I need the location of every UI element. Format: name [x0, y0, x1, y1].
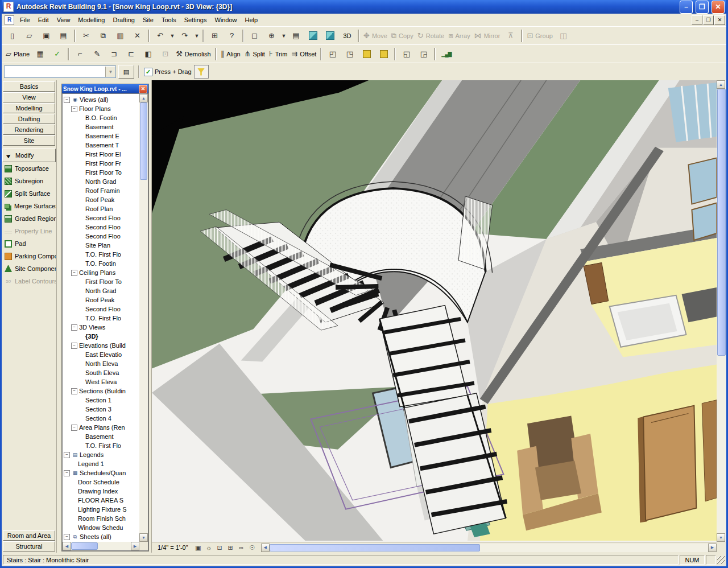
redo-button[interactable]: ↷: [176, 29, 193, 43]
view-horizontal-scrollbar[interactable]: ◀ ▶: [261, 544, 717, 552]
interior-door[interactable]: [638, 406, 696, 523]
tree-item[interactable]: −Ceiling Plans: [63, 268, 139, 277]
tree-item[interactable]: Roof Plan: [63, 204, 139, 213]
project-browser-titlebar[interactable]: Snow King Loop.rvt - ... ✕: [62, 84, 148, 93]
rotate-button[interactable]: ↻Rotate: [416, 29, 446, 43]
crop-region-icon[interactable]: ⊡: [214, 543, 225, 552]
menu-file[interactable]: File: [16, 15, 34, 25]
collapse-icon[interactable]: −: [71, 388, 77, 394]
tree-item[interactable]: Roof Peak: [63, 195, 139, 204]
print-button[interactable]: ▤: [55, 29, 72, 43]
tree-item[interactable]: −3D Views: [63, 323, 139, 332]
mdi-close-button[interactable]: ✕: [714, 15, 725, 25]
graph-button[interactable]: ▁▄▇: [438, 47, 454, 61]
join-geometry-button[interactable]: ◱: [398, 47, 415, 61]
paste-button[interactable]: ▥: [112, 29, 129, 43]
tree-item[interactable]: Section 4: [63, 414, 139, 423]
tree-item[interactable]: Second Floo: [63, 223, 139, 232]
tree-item[interactable]: −Elevations (Build: [63, 341, 139, 350]
tool-toposurface[interactable]: Toposurface: [2, 162, 56, 175]
cope-button[interactable]: [358, 47, 375, 61]
tree-item[interactable]: Site Plan: [63, 241, 139, 250]
model-graphics-style-icon[interactable]: ▣: [193, 543, 204, 552]
restore-button[interactable]: ❐: [696, 1, 709, 14]
tool-split-surface[interactable]: Split Surface: [2, 187, 56, 200]
collapse-icon[interactable]: −: [64, 470, 70, 476]
default-3d-view-button[interactable]: [305, 29, 321, 43]
type-selector-dropdown-icon[interactable]: ▼: [105, 67, 115, 77]
open-button[interactable]: ▱: [21, 29, 38, 43]
menu-window[interactable]: Window: [210, 15, 241, 25]
menu-modelling[interactable]: Modelling: [74, 15, 109, 25]
tool-modify[interactable]: ►Modify: [2, 149, 56, 162]
design-tab-basics[interactable]: Basics: [3, 81, 55, 92]
trim-button[interactable]: ⊦Trim: [267, 47, 289, 61]
offset-button[interactable]: ⇉Offset: [289, 47, 318, 61]
wall-join-button-2[interactable]: ◳: [341, 47, 358, 61]
work-plane-button[interactable]: ▱Plane: [4, 47, 31, 61]
scroll-left-icon[interactable]: ◀: [63, 542, 71, 550]
mdi-minimize-button[interactable]: –: [692, 15, 702, 25]
tree-item[interactable]: Door Schedule: [63, 478, 139, 487]
tree-item[interactable]: Basement E: [63, 131, 139, 141]
tree-item[interactable]: −Sections (Buildin: [63, 386, 139, 396]
view-scale[interactable]: 1/4" = 1'-0": [152, 544, 193, 551]
tree-item[interactable]: First Floor To: [63, 277, 139, 286]
tree-item[interactable]: Lighting Fixture S: [63, 505, 139, 514]
context-help-button[interactable]: ?: [224, 29, 240, 43]
filter-button[interactable]: [194, 65, 209, 79]
tree-item[interactable]: T.O. Footin: [63, 259, 139, 268]
scroll-right-icon[interactable]: ▶: [131, 542, 139, 550]
title-bar[interactable]: R Autodesk Revit Building 9.1 - [Snow Ki…: [2, 0, 726, 14]
tree-item[interactable]: Roof Framin: [63, 186, 139, 195]
3d-button[interactable]: 3D: [339, 29, 355, 43]
shadows-icon[interactable]: ☼: [204, 543, 214, 552]
3d-view-scene[interactable]: [152, 80, 717, 542]
scroll-down-icon[interactable]: ▼: [717, 533, 725, 542]
resize-grip[interactable]: [717, 556, 725, 564]
link-button[interactable]: ◫: [555, 29, 572, 43]
collapse-icon[interactable]: −: [64, 534, 70, 540]
tree-item[interactable]: −⧉Sheets (all): [63, 532, 139, 541]
tree-item[interactable]: FLOOR AREA S: [63, 496, 139, 505]
tree-item[interactable]: First Floor El: [63, 150, 139, 159]
undo-button[interactable]: ↶: [152, 29, 168, 43]
tool-parking[interactable]: Parking Compor: [2, 250, 56, 262]
tree-item[interactable]: Second Floo: [63, 213, 139, 223]
close-button[interactable]: ✕: [712, 1, 725, 14]
properties-button[interactable]: ▤: [118, 65, 134, 79]
design-tab-drafting[interactable]: Drafting: [3, 114, 55, 124]
move-button[interactable]: ✥Move: [362, 29, 389, 43]
tree-item[interactable]: −▤Legends: [63, 450, 139, 459]
tree-item[interactable]: Section 1: [63, 396, 139, 405]
demolish-button[interactable]: ⚒Demolish: [174, 47, 213, 61]
collapse-icon[interactable]: −: [64, 452, 70, 458]
tool-pad[interactable]: Pad: [2, 237, 56, 250]
tree-item[interactable]: Second Floo: [63, 232, 139, 241]
scroll-up-icon[interactable]: ▲: [717, 80, 725, 89]
menu-tools[interactable]: Tools: [158, 15, 180, 25]
tool-site-component[interactable]: Site Componen: [2, 262, 56, 275]
sheet-list-button[interactable]: ▤: [288, 29, 304, 43]
pin-button[interactable]: ⊼: [502, 29, 519, 43]
cut-geometry-button[interactable]: [375, 47, 392, 61]
menu-drafting[interactable]: Drafting: [109, 15, 139, 25]
tree-item[interactable]: T.O. First Flo: [63, 250, 139, 259]
tree-item[interactable]: East Elevatio: [63, 350, 139, 359]
redo-dropdown[interactable]: ▼: [193, 29, 200, 43]
tree-item[interactable]: North Grad: [63, 177, 139, 186]
design-tab-rendering[interactable]: Rendering: [3, 125, 55, 135]
component-button[interactable]: ⊡: [157, 47, 173, 61]
scroll-right-icon[interactable]: ▶: [708, 544, 717, 552]
type-selector[interactable]: ▼: [4, 65, 116, 78]
tree-item[interactable]: Window Schedu: [63, 523, 139, 532]
browser-horizontal-scrollbar[interactable]: ◀ ▶: [63, 542, 139, 550]
tree-item[interactable]: −◉Views (all): [63, 95, 139, 104]
group-button[interactable]: ⊡Group: [525, 29, 554, 43]
delete-button[interactable]: ✕: [129, 29, 146, 43]
menu-settings[interactable]: Settings: [180, 15, 211, 25]
menu-help[interactable]: Help: [241, 15, 262, 25]
copy-button[interactable]: ⧉: [95, 29, 111, 43]
match-button[interactable]: ✎: [89, 47, 105, 61]
temporary-hide-isolate-icon[interactable]: ∞: [236, 543, 247, 552]
